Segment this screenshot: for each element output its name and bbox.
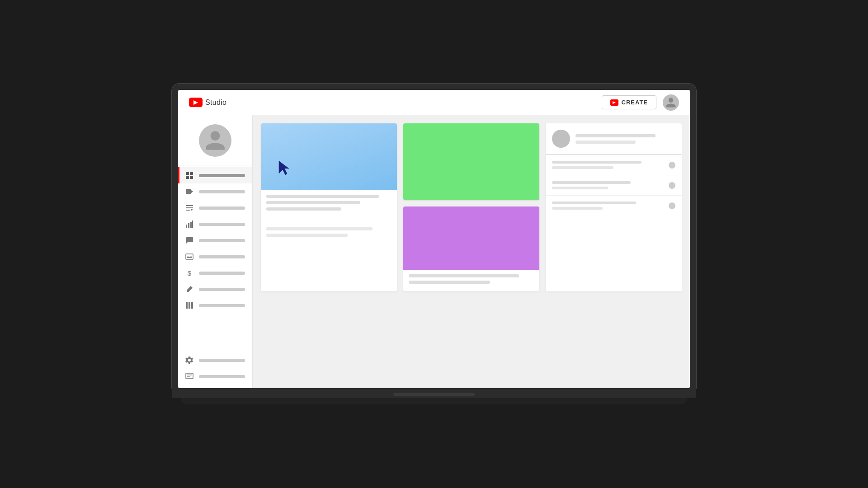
analytics-icon [185, 220, 193, 228]
card-2-thumbnail [403, 123, 539, 200]
dollar-icon: $ [185, 269, 193, 277]
list-line [552, 187, 608, 189]
svg-rect-22 [187, 375, 192, 375]
sidebar-item-content[interactable] [178, 183, 252, 200]
list-card [546, 155, 682, 291]
list-item[interactable] [546, 175, 682, 196]
status-dot [669, 182, 675, 189]
channel-avatar [552, 130, 570, 148]
card-line [266, 234, 348, 237]
sidebar-item-label [199, 239, 245, 242]
svg-rect-7 [186, 207, 193, 208]
sidebar-item-dashboard[interactable] [178, 167, 252, 183]
svg-rect-23 [187, 376, 190, 377]
svg-marker-5 [191, 190, 193, 193]
card-2[interactable] [403, 123, 539, 200]
list-line [552, 207, 603, 210]
sidebar-item-subtitles[interactable] [178, 249, 252, 265]
card-line [409, 274, 519, 277]
youtube-icon [189, 98, 203, 107]
svg-rect-14 [186, 254, 193, 259]
create-button[interactable]: CREATE [602, 95, 656, 109]
sidebar-item-feedback[interactable] [178, 368, 252, 385]
svg-rect-3 [190, 176, 193, 179]
gear-icon [185, 356, 193, 364]
comment-icon [185, 236, 193, 244]
card-3[interactable] [403, 206, 539, 291]
sidebar: $ [178, 115, 253, 388]
sidebar-item-playlists[interactable] [178, 200, 252, 216]
header: Studio CREATE [178, 90, 690, 115]
svg-rect-13 [192, 221, 193, 228]
card-line [409, 281, 490, 284]
sidebar-item-label [199, 255, 245, 258]
list-line [552, 181, 631, 184]
avatar[interactable] [663, 94, 679, 111]
list-line [552, 166, 613, 169]
cursor-icon [277, 160, 293, 178]
user-avatar-section[interactable] [178, 119, 252, 165]
list-item[interactable] [546, 155, 682, 175]
sidebar-item-settings[interactable] [178, 352, 252, 368]
sidebar-item-label [199, 190, 245, 193]
create-label: CREATE [622, 99, 648, 106]
sidebar-item-analytics[interactable] [178, 216, 252, 232]
create-video-icon [610, 99, 618, 106]
right-column [546, 123, 682, 291]
svg-marker-9 [191, 209, 193, 211]
sidebar-item-label [199, 206, 245, 210]
logo[interactable]: Studio [189, 98, 226, 107]
sidebar-item-label [199, 223, 245, 226]
sidebar-item-label [199, 288, 245, 291]
channel-info-card[interactable] [546, 123, 682, 154]
sidebar-item-comments[interactable] [178, 232, 252, 249]
card-1-thumbnail [261, 123, 397, 190]
svg-rect-18 [186, 302, 188, 309]
list-icon [185, 204, 193, 212]
card-line [266, 195, 379, 198]
svg-rect-10 [186, 225, 187, 228]
sidebar-item-label [199, 304, 245, 307]
svg-rect-17 [187, 257, 192, 258]
svg-rect-16 [190, 256, 192, 257]
svg-rect-6 [186, 205, 193, 206]
sidebar-item-library[interactable] [178, 297, 252, 314]
sidebar-item-label [199, 272, 245, 275]
subtitles-icon [185, 253, 193, 261]
svg-rect-8 [186, 210, 190, 211]
account-icon [665, 97, 677, 108]
svg-rect-4 [186, 189, 191, 194]
sidebar-item-label [199, 174, 245, 177]
content-area [253, 115, 690, 388]
svg-rect-0 [186, 172, 189, 175]
edit-icon [185, 285, 193, 293]
svg-rect-1 [190, 172, 193, 175]
svg-rect-2 [186, 176, 189, 179]
svg-rect-11 [188, 223, 189, 228]
sidebar-item-monetization[interactable]: $ [178, 265, 252, 281]
card-1[interactable] [261, 123, 397, 291]
card-line [266, 207, 341, 211]
list-line [552, 202, 636, 204]
list-item[interactable] [546, 196, 682, 216]
sidebar-item-label [199, 375, 245, 378]
card-3-thumbnail [403, 206, 539, 270]
channel-name-line [576, 134, 656, 137]
user-avatar [199, 124, 231, 157]
card-line [266, 201, 360, 204]
svg-rect-19 [189, 302, 190, 309]
studio-label: Studio [205, 99, 226, 107]
status-dot [669, 162, 675, 169]
list-line [552, 161, 642, 164]
feedback-icon [185, 372, 193, 380]
svg-rect-20 [191, 302, 193, 309]
svg-rect-12 [190, 222, 192, 228]
svg-rect-15 [187, 256, 189, 257]
video-icon [185, 188, 193, 196]
card-line [266, 227, 373, 230]
channel-sub-line [576, 141, 636, 144]
sidebar-item-label [199, 359, 245, 362]
library-icon [185, 301, 193, 310]
grid-icon [185, 171, 193, 179]
sidebar-item-customization[interactable] [178, 281, 252, 297]
